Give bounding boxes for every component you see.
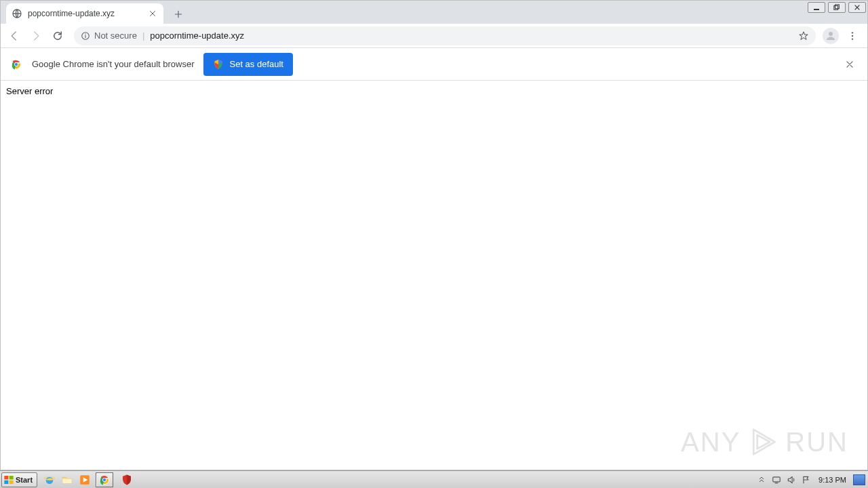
page-viewport: Server error ANY RUN <box>1 81 867 470</box>
start-button[interactable]: Start <box>1 472 37 487</box>
page-body-text: Server error <box>6 86 53 96</box>
svg-rect-5 <box>85 35 85 37</box>
window-maximize-button[interactable] <box>828 2 846 13</box>
window-close-button[interactable] <box>848 2 866 13</box>
windows-flag-icon <box>3 474 14 485</box>
window-controls <box>808 2 866 13</box>
svg-rect-26 <box>775 483 778 483</box>
infobar-message: Google Chrome isn't your default browser <box>32 59 194 69</box>
shield-icon <box>213 59 224 70</box>
watermark-text-left: ANY <box>681 427 741 458</box>
svg-rect-2 <box>834 6 838 10</box>
taskbar-clock[interactable]: 9:13 PM <box>816 476 849 484</box>
address-url: popcorntime-update.xyz <box>150 30 244 41</box>
quick-launch <box>43 473 92 487</box>
address-divider: | <box>142 30 144 41</box>
set-as-default-button[interactable]: Set as default <box>203 53 293 76</box>
site-security-indicator[interactable]: Not secure <box>81 30 137 41</box>
taskbar-media-icon[interactable] <box>78 473 92 487</box>
show-desktop-button[interactable] <box>853 474 865 485</box>
svg-point-9 <box>852 35 853 36</box>
svg-rect-3 <box>835 5 840 9</box>
svg-rect-16 <box>4 480 8 483</box>
back-button[interactable] <box>5 26 24 45</box>
system-tray: 9:13 PM <box>753 474 868 485</box>
globe-icon <box>12 8 22 19</box>
taskbar-explorer-icon[interactable] <box>60 473 74 487</box>
svg-point-7 <box>829 32 833 36</box>
svg-rect-20 <box>62 479 72 483</box>
svg-rect-1 <box>814 9 819 10</box>
tab-title: popcorntime-update.xyz <box>28 9 147 18</box>
tray-volume-icon[interactable] <box>786 474 797 485</box>
new-tab-button[interactable] <box>169 5 188 24</box>
toolbar-right <box>823 28 863 44</box>
infobar-close-icon[interactable] <box>842 56 858 73</box>
tab-strip: popcorntime-update.xyz <box>1 1 867 24</box>
browser-tab[interactable]: popcorntime-update.xyz <box>6 3 163 24</box>
tray-flag-icon[interactable] <box>801 474 812 485</box>
watermark-text-right: RUN <box>785 427 848 458</box>
start-label: Start <box>16 476 33 484</box>
forward-button[interactable] <box>26 26 45 45</box>
tray-expand-icon[interactable] <box>756 474 767 485</box>
svg-point-18 <box>46 476 54 484</box>
browser-window: popcorntime-update.xyz <box>0 0 868 470</box>
svg-rect-25 <box>773 476 781 481</box>
security-label: Not secure <box>94 30 137 41</box>
window-minimize-button[interactable] <box>808 2 825 13</box>
address-bar[interactable]: Not secure | popcorntime-update.xyz <box>74 26 816 45</box>
svg-rect-17 <box>9 480 14 483</box>
browser-menu-button[interactable] <box>844 28 861 44</box>
windows-taskbar: Start <box>0 470 868 488</box>
svg-point-10 <box>852 38 853 39</box>
default-browser-infobar: Google Chrome isn't your default browser… <box>1 48 867 81</box>
bookmark-star-icon[interactable] <box>798 30 809 41</box>
taskbar-shield-icon[interactable] <box>120 473 134 487</box>
set-as-default-label: Set as default <box>229 59 283 69</box>
svg-rect-6 <box>85 33 85 34</box>
info-icon <box>81 31 90 41</box>
browser-toolbar: Not secure | popcorntime-update.xyz <box>1 24 867 48</box>
anyrun-watermark: ANY RUN <box>681 426 848 458</box>
play-triangle-icon <box>747 426 778 458</box>
reload-button[interactable] <box>48 26 67 45</box>
chrome-logo-icon <box>10 58 22 70</box>
tab-close-icon[interactable] <box>147 8 158 19</box>
svg-rect-15 <box>9 476 14 479</box>
tray-device-icon[interactable] <box>771 474 782 485</box>
taskbar-ie-icon[interactable] <box>43 473 56 487</box>
svg-point-8 <box>852 32 853 33</box>
svg-rect-14 <box>4 476 8 479</box>
profile-avatar-icon[interactable] <box>823 28 839 44</box>
taskbar-chrome-task[interactable] <box>96 472 113 487</box>
